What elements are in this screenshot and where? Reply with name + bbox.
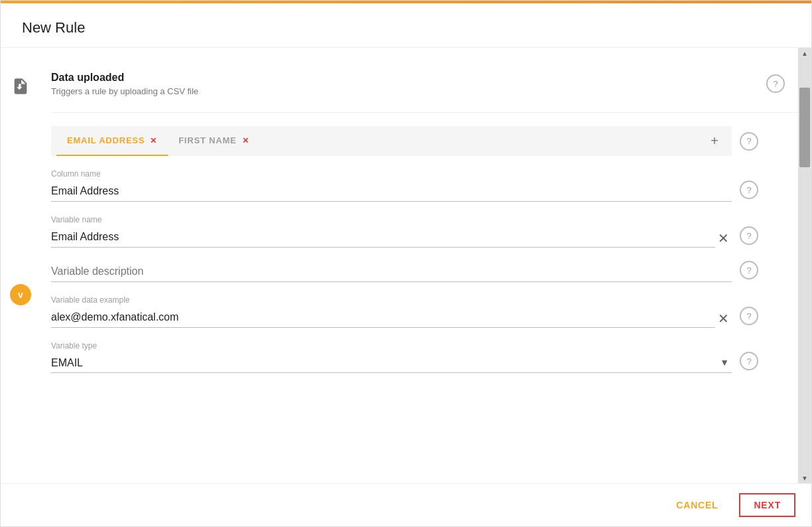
- trigger-subtitle: Triggers a rule by uploading a CSV file: [51, 86, 766, 96]
- modal-footer: CANCEL NEXT: [1, 483, 811, 526]
- tabs-help-icon[interactable]: ?: [740, 132, 758, 151]
- variable-data-example-input[interactable]: [51, 307, 715, 328]
- variable-name-clear-icon[interactable]: ✕: [715, 232, 732, 248]
- variable-description-field: ?: [51, 261, 758, 282]
- tabs-row: EMAIL ADDRESS ✕ FIRST NAME ✕ +: [51, 126, 732, 156]
- variable-data-example-clear-icon[interactable]: ✕: [715, 312, 732, 328]
- tab-email-address-label: EMAIL ADDRESS: [67, 135, 145, 145]
- column-name-label: Column name: [51, 169, 732, 179]
- variable-name-input[interactable]: [51, 227, 715, 248]
- form-section: Column name ? Variable name ✕ ?: [51, 169, 798, 373]
- variable-data-example-help-icon[interactable]: ?: [740, 307, 758, 325]
- variable-data-example-field: Variable data example ✕ ?: [51, 295, 758, 328]
- variable-description-help-icon[interactable]: ?: [740, 261, 758, 279]
- trigger-help-icon[interactable]: ?: [766, 74, 785, 93]
- tab-email-address[interactable]: EMAIL ADDRESS ✕: [56, 126, 168, 156]
- right-scrollbar: ▲ ▼: [798, 48, 811, 483]
- modal-body: v Data uploaded Triggers a rule by uploa…: [1, 48, 811, 483]
- scrollbar-up-arrow[interactable]: ▲: [799, 48, 810, 58]
- variable-type-field: Variable type EMAIL TEXT NUMBER DATE ▼: [51, 341, 758, 373]
- variable-type-select-wrapper: EMAIL TEXT NUMBER DATE ▼: [51, 353, 732, 373]
- column-name-input[interactable]: [51, 181, 732, 202]
- variable-name-help-icon[interactable]: ?: [740, 226, 758, 245]
- modal-header: New Rule: [1, 3, 811, 48]
- main-content: Data uploaded Triggers a rule by uploadi…: [40, 48, 798, 483]
- variable-description-input[interactable]: [51, 262, 732, 282]
- tab-first-name-label: FIRST NAME: [178, 135, 236, 145]
- variable-type-label: Variable type: [51, 341, 732, 350]
- scrollbar-thumb[interactable]: [799, 88, 810, 167]
- tab-email-address-close[interactable]: ✕: [150, 137, 157, 145]
- trigger-section: Data uploaded Triggers a rule by uploadi…: [51, 61, 798, 113]
- tab-first-name[interactable]: FIRST NAME ✕: [168, 126, 259, 156]
- upload-icon: [9, 74, 33, 98]
- tab-add-button[interactable]: +: [703, 128, 726, 154]
- column-name-field: Column name ?: [51, 169, 758, 202]
- trigger-info: Data uploaded Triggers a rule by uploadi…: [51, 72, 766, 96]
- trigger-title: Data uploaded: [51, 72, 766, 84]
- modal-container: New Rule v Data uploaded Triggers a rule…: [0, 0, 812, 527]
- scrollbar-track[interactable]: ▲ ▼: [799, 48, 810, 483]
- variable-name-label: Variable name: [51, 215, 715, 224]
- variable-type-help-icon[interactable]: ?: [740, 352, 758, 370]
- variable-name-field: Variable name ✕ ?: [51, 215, 758, 248]
- variable-data-example-label: Variable data example: [51, 295, 715, 305]
- left-sidebar: v: [1, 48, 40, 483]
- next-button[interactable]: NEXT: [739, 493, 795, 517]
- scrollbar-down-arrow[interactable]: ▼: [799, 473, 810, 483]
- v-avatar-icon: v: [10, 284, 31, 305]
- modal-title: New Rule: [22, 19, 790, 37]
- cancel-button[interactable]: CANCEL: [665, 494, 728, 516]
- tabs-section: EMAIL ADDRESS ✕ FIRST NAME ✕ + ?: [51, 126, 758, 156]
- column-name-help-icon[interactable]: ?: [740, 181, 758, 199]
- variable-type-select[interactable]: EMAIL TEXT NUMBER DATE: [51, 353, 732, 373]
- tab-first-name-close[interactable]: ✕: [242, 137, 249, 145]
